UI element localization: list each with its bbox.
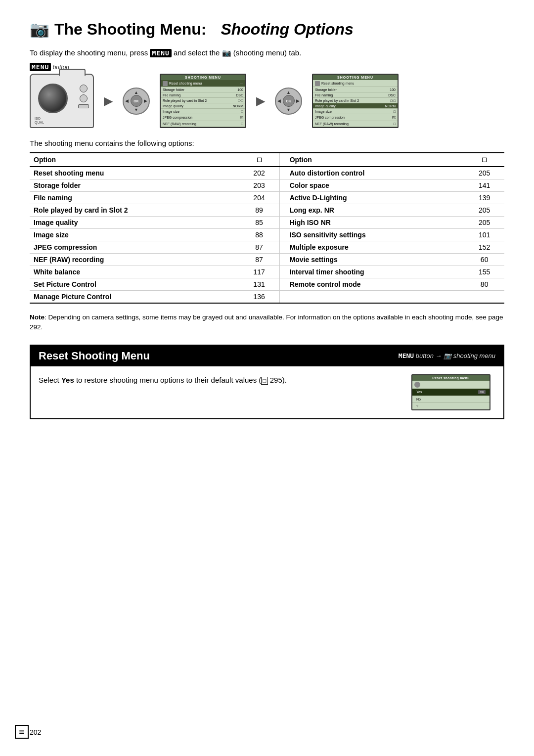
screen-icon-reset-2 xyxy=(315,81,320,86)
right-option-11-empty xyxy=(279,291,464,304)
small-screen-no-row: No xyxy=(412,396,490,403)
menu-key-label: MENU xyxy=(30,63,51,71)
screen-title-bar-2: SHOOTING MENU xyxy=(313,75,398,80)
left-option-4: Role played by card in Slot 2 xyxy=(30,204,239,217)
reset-shooting-menu-section: Reset Shooting Menu MENU button → 📷 shoo… xyxy=(30,345,504,419)
left-option-2: Storage folder xyxy=(30,179,239,192)
arrow-2: ▶ xyxy=(256,94,265,108)
table-row: File naming 204 Active D-Lighting 139 xyxy=(30,192,504,204)
table-row: Set Picture Control 131 Remote control m… xyxy=(30,278,504,291)
table-row: Image quality 85 High ISO NR 205 xyxy=(30,217,504,229)
reset-body-prefix: Select xyxy=(39,376,59,384)
table-row: NEF (RAW) recording 87 Movie settings 60 xyxy=(30,254,504,266)
ok-badge: OK xyxy=(478,390,486,394)
small-screen-yes-row: Yes OK xyxy=(412,389,490,396)
book-icon-reset: □ xyxy=(261,377,267,385)
right-option-6: ISO sensitivity settings xyxy=(279,229,464,241)
nav-circle-outer-2: ▲ ▼ ◀ ▶ OK xyxy=(275,88,302,115)
left-option-3: File naming xyxy=(30,192,239,204)
section-body-text: Select Yes to restore shooting menu opti… xyxy=(39,374,397,386)
screen-mockup-2: SHOOTING MENU Reset shooting menu Storag… xyxy=(312,74,399,128)
screen-row-size-2: Image size□ xyxy=(313,109,398,114)
note-paragraph: Note: Depending on camera settings, some… xyxy=(30,312,504,333)
reset-screen: Reset shooting menu Yes OK No ? xyxy=(411,374,495,410)
small-screen-camera-icon xyxy=(414,382,420,388)
options-table: Option ☐ Option ☐ Reset shooting menu 20… xyxy=(30,152,504,304)
left-option-1: Reset shooting menu xyxy=(30,167,239,179)
menu-button-label: MENU button xyxy=(30,63,504,71)
title-suffix: Shooting Options xyxy=(221,20,353,39)
bottom-menu-icon: ≡ xyxy=(15,725,29,739)
left-option-8: NEF (RAW) recording xyxy=(30,254,239,266)
right-option-2: Color space xyxy=(279,179,464,192)
left-option-11: Manage Picture Control xyxy=(30,291,239,304)
intro-text-before: To display the shooting menu, press xyxy=(30,48,148,57)
right-page-10: 80 xyxy=(464,278,504,291)
ok-button-1: OK xyxy=(131,95,142,107)
nav-area-1: ▲ ▼ ◀ ▶ OK xyxy=(123,88,150,115)
reset-yes-word: Yes xyxy=(61,376,74,384)
title-prefix: The Shooting Menu: xyxy=(54,20,207,39)
right-page-8: 60 xyxy=(464,254,504,266)
table-header-row: Option ☐ Option ☐ xyxy=(30,153,504,167)
table-row: White balance 117 Interval timer shootin… xyxy=(30,266,504,278)
ctrl-circle-2 xyxy=(80,94,88,102)
right-option-1: Auto distortion control xyxy=(279,167,464,179)
options-intro-text: The shooting menu contains the following… xyxy=(30,139,504,147)
left-option-10: Set Picture Control xyxy=(30,278,239,291)
nav-left-1: ◀ xyxy=(125,98,129,103)
left-page-1: 202 xyxy=(239,167,279,179)
screen-row-nef-1: NEF (RAW) recording□ xyxy=(161,121,245,127)
bottom-icon-symbol: ≡ xyxy=(19,726,25,738)
ctrl-circle-1 xyxy=(80,85,88,92)
section-heading: Reset Shooting Menu xyxy=(39,350,150,362)
right-page-7: 152 xyxy=(464,241,504,254)
table-row: Storage folder 203 Color space 141 xyxy=(30,179,504,192)
right-option-7: Multiple exposure xyxy=(279,241,464,254)
left-option-7: JPEG compression xyxy=(30,241,239,254)
intro-text-after: (shooting menu) tab. xyxy=(233,48,302,57)
left-option-6: Image size xyxy=(30,229,239,241)
table-row: JPEG compression 87 Multiple exposure 15… xyxy=(30,241,504,254)
left-page-10: 131 xyxy=(239,278,279,291)
screen-row-role-2: Role played by card in Slot 2□·□ xyxy=(313,98,398,103)
screen-row-jpeg-1: JPEG compression咤 xyxy=(161,114,245,121)
screen-row-size-1: Image size□ xyxy=(161,109,245,114)
intro-paragraph: To display the shooting menu, press MENU… xyxy=(30,48,504,57)
left-page-7: 87 xyxy=(239,241,279,254)
right-option-3: Active D-Lighting xyxy=(279,192,464,204)
left-page-3: 204 xyxy=(239,192,279,204)
camera-icon: 📷 xyxy=(30,20,49,39)
ok-button-2: OK xyxy=(283,95,295,107)
note-text: : Depending on camera settings, some ite… xyxy=(30,313,503,331)
table-row-last: Manage Picture Control 136 xyxy=(30,291,504,304)
screen-row-jpeg-2: JPEG compression咤 xyxy=(313,114,398,121)
screen-row-nef-2: NEF (RAW) recording□ xyxy=(313,121,398,127)
menu-path-text: button → 📷 shooting menu xyxy=(416,352,495,359)
table-row: Image size 88 ISO sensitivity settings 1… xyxy=(30,229,504,241)
right-page-4: 205 xyxy=(464,204,504,217)
col1-page-header: ☐ xyxy=(239,153,279,167)
screen-mockup-1: SHOOTING MENU Reset shooting menu — Stor… xyxy=(160,74,246,128)
nav-down-1: ▼ xyxy=(134,107,138,112)
small-screen-mockup: Reset shooting menu Yes OK No ? xyxy=(411,374,490,410)
nav-left-2: ◀ xyxy=(277,98,281,103)
right-page-2: 141 xyxy=(464,179,504,192)
nav-up-1: ▲ xyxy=(134,90,138,95)
menu-path: MENU button → 📷 shooting menu xyxy=(399,352,495,359)
shooting-menu-icon-inline: 📷 xyxy=(222,48,233,57)
screen-row-storage-2: Storage folder100 xyxy=(313,87,398,92)
screen-row-file-1: File namingDSC xyxy=(161,92,245,98)
screen-icon-reset-1 xyxy=(163,81,168,86)
table-row: Role played by card in Slot 2 89 Long ex… xyxy=(30,204,504,217)
right-option-5: High ISO NR xyxy=(279,217,464,229)
right-page-11-empty xyxy=(464,291,504,304)
nav-right-2: ▶ xyxy=(296,98,300,103)
right-page-9: 155 xyxy=(464,266,504,278)
screen-row-storage-1: Storage folder100 xyxy=(161,87,245,92)
left-page-5: 85 xyxy=(239,217,279,229)
section-header: Reset Shooting Menu MENU button → 📷 shoo… xyxy=(31,346,503,366)
ctrl-rect xyxy=(78,104,89,108)
small-screen-question-row: ? xyxy=(412,403,490,409)
screen-row-quality-1: Image qualityNORM xyxy=(161,103,245,109)
